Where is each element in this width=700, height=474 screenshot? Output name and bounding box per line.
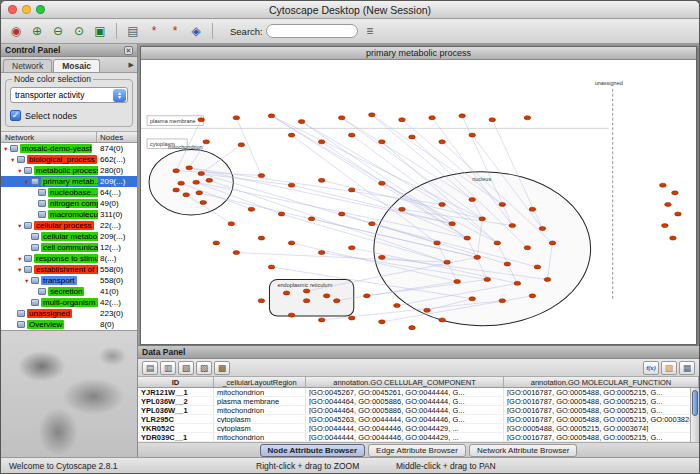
tab-scroll-right-icon[interactable]: ▶ bbox=[129, 61, 134, 69]
network-node[interactable] bbox=[203, 140, 210, 144]
network-node[interactable] bbox=[288, 241, 295, 245]
network-node[interactable] bbox=[338, 212, 345, 216]
network-node[interactable] bbox=[504, 262, 511, 266]
select-nodes-checkbox[interactable]: ✓ bbox=[10, 110, 21, 121]
snapshot-icon[interactable]: ▤ bbox=[124, 22, 142, 40]
network-node[interactable] bbox=[298, 120, 305, 124]
network-node[interactable] bbox=[268, 265, 275, 269]
tree-row[interactable]: Overview8(0) bbox=[1, 319, 137, 330]
network-node[interactable] bbox=[399, 118, 406, 122]
network-node[interactable] bbox=[288, 183, 295, 187]
network-node[interactable] bbox=[524, 116, 531, 120]
network-node[interactable] bbox=[665, 202, 672, 206]
tree-row[interactable]: secretion41(0) bbox=[1, 286, 137, 297]
network-node[interactable] bbox=[494, 241, 501, 245]
network-node[interactable] bbox=[258, 174, 265, 178]
network-edge[interactable] bbox=[342, 118, 472, 200]
network-node[interactable] bbox=[193, 180, 200, 184]
network-node[interactable] bbox=[529, 294, 536, 298]
network-node[interactable] bbox=[539, 226, 546, 230]
node-color-dropdown[interactable]: transporter activity ▲▼ bbox=[10, 87, 128, 103]
tab-network-attribute-browser[interactable]: Network Attribute Browser bbox=[469, 444, 577, 457]
network-node[interactable] bbox=[213, 241, 220, 245]
control-panel-close-icon[interactable]: ✕ bbox=[124, 46, 133, 55]
vizmapper-icon[interactable]: ◈ bbox=[187, 22, 205, 40]
network-node[interactable] bbox=[258, 236, 265, 240]
network-node[interactable] bbox=[394, 303, 401, 307]
tree-row[interactable]: cellular metabo...209(...) bbox=[1, 231, 137, 242]
import-table-icon[interactable]: ▦ bbox=[679, 361, 695, 375]
network-node[interactable] bbox=[469, 198, 476, 202]
network-node[interactable] bbox=[534, 265, 541, 269]
network-node[interactable] bbox=[439, 318, 446, 322]
network-node[interactable] bbox=[268, 114, 275, 118]
network-node[interactable] bbox=[675, 212, 682, 216]
network-node[interactable] bbox=[454, 279, 461, 283]
table-scrollbar-thumb[interactable] bbox=[692, 390, 698, 416]
network-node[interactable] bbox=[369, 113, 376, 117]
network-node[interactable] bbox=[198, 172, 205, 176]
network-node[interactable] bbox=[348, 246, 355, 250]
network-node[interactable] bbox=[228, 222, 235, 226]
tree-row[interactable]: multi-organism pro...42(...) bbox=[1, 297, 137, 308]
network-node[interactable] bbox=[489, 118, 496, 122]
network-node[interactable] bbox=[323, 294, 330, 298]
expand-arrow-icon[interactable]: ▼ bbox=[24, 278, 31, 284]
network-node[interactable] bbox=[514, 281, 521, 285]
tree-row[interactable]: ▼mosaic-demo-yeast874(0) bbox=[1, 143, 137, 154]
network-node[interactable] bbox=[233, 116, 240, 120]
zoom-fit-icon[interactable]: ▣ bbox=[91, 22, 109, 40]
tree-row[interactable]: ▼metabolic process280(0) bbox=[1, 165, 137, 176]
tree-row[interactable]: ▼primary metab...209(...) bbox=[1, 176, 137, 187]
search-options-icon[interactable]: ≡ bbox=[361, 22, 379, 40]
network-node[interactable] bbox=[509, 224, 516, 228]
first-neighbors-icon[interactable]: * bbox=[145, 22, 163, 40]
network-node[interactable] bbox=[399, 207, 406, 211]
tree-row[interactable]: ▼cellular process22(...) bbox=[1, 220, 137, 231]
expand-arrow-icon[interactable]: ▼ bbox=[17, 223, 24, 229]
close-window-icon[interactable] bbox=[8, 5, 17, 14]
network-node[interactable] bbox=[379, 181, 386, 185]
network-node[interactable] bbox=[196, 191, 203, 195]
tree-row[interactable]: ▼establishment of lo...558(0) bbox=[1, 264, 137, 275]
network-node[interactable] bbox=[449, 222, 456, 226]
network-node[interactable] bbox=[318, 251, 325, 255]
trash-icon[interactable]: ▩ bbox=[214, 361, 230, 375]
tree-row[interactable]: ▼transport558(0) bbox=[1, 275, 137, 286]
layout-icon[interactable]: * bbox=[166, 22, 184, 40]
expand-arrow-icon[interactable]: ▼ bbox=[17, 168, 24, 174]
network-node[interactable] bbox=[258, 299, 265, 303]
network-node[interactable] bbox=[303, 289, 310, 293]
network-view-title[interactable]: primary metabolic process bbox=[141, 47, 696, 60]
tree-row[interactable]: cell communica...12(...) bbox=[1, 242, 137, 253]
expand-arrow-icon[interactable]: ▼ bbox=[17, 256, 24, 262]
network-node[interactable] bbox=[434, 241, 441, 245]
network-node[interactable] bbox=[444, 260, 451, 264]
zoom-selected-icon[interactable]: ⊙ bbox=[70, 22, 88, 40]
network-node[interactable] bbox=[333, 299, 340, 303]
network-node[interactable] bbox=[424, 308, 431, 312]
column-header[interactable]: annotation.GO CELLULAR_COMPONENT bbox=[306, 377, 504, 387]
network-node[interactable] bbox=[662, 224, 669, 228]
search-input[interactable] bbox=[266, 24, 358, 38]
column-header[interactable]: annotation.GO MOLECULAR_FUNCTION bbox=[504, 377, 699, 387]
network-node[interactable] bbox=[186, 166, 193, 170]
network-node[interactable] bbox=[429, 116, 436, 120]
network-node[interactable] bbox=[479, 217, 486, 221]
network-node[interactable] bbox=[379, 140, 386, 144]
network-node[interactable] bbox=[318, 318, 325, 322]
table-row[interactable]: YLR295Ccytoplasm[GO:0045263, GO:0044444,… bbox=[138, 415, 699, 424]
network-node[interactable] bbox=[288, 133, 295, 137]
network-node[interactable] bbox=[233, 251, 240, 255]
network-node[interactable] bbox=[524, 246, 531, 250]
tree-row[interactable]: nitrogen compo...49(0) bbox=[1, 198, 137, 209]
network-node[interactable] bbox=[409, 135, 416, 139]
tab-mosaic[interactable]: Mosaic bbox=[53, 59, 100, 72]
tree-row[interactable]: ▼response to stimul...8(...) bbox=[1, 253, 137, 264]
minimize-window-icon[interactable] bbox=[22, 5, 31, 14]
tree-row[interactable]: macromolecule...311(0) bbox=[1, 209, 137, 220]
network-node[interactable] bbox=[439, 140, 446, 144]
column-header[interactable]: ID bbox=[138, 377, 214, 387]
network-canvas[interactable]: plasma membranecytoplasmmitochondrionnuc… bbox=[141, 60, 696, 344]
network-node[interactable] bbox=[348, 316, 355, 320]
